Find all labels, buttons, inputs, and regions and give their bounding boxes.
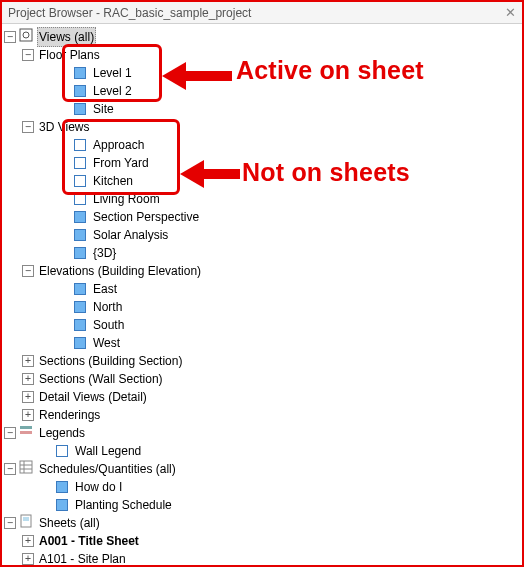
view-square-icon <box>73 282 87 296</box>
expander-icon[interactable]: − <box>4 463 16 475</box>
tree-label[interactable]: {3D} <box>91 244 118 262</box>
expander-icon[interactable]: + <box>22 391 34 403</box>
view-square-icon <box>73 300 87 314</box>
view-square-icon <box>55 480 69 494</box>
tree-label[interactable]: Approach <box>91 136 146 154</box>
tree-label[interactable]: Elevations (Building Elevation) <box>37 262 203 280</box>
tree-label[interactable]: Renderings <box>37 406 102 424</box>
view-square-icon <box>73 228 87 242</box>
sheet-item[interactable]: +A101 - Site Plan <box>4 550 522 567</box>
floorplan-item[interactable]: Level 1 <box>4 64 522 82</box>
tree-label[interactable]: Site <box>91 100 116 118</box>
tree-label[interactable]: South <box>91 316 126 334</box>
tree-label[interactable]: Sheets (all) <box>37 514 102 532</box>
schedule-item[interactable]: How do I <box>4 478 522 496</box>
3dview-item[interactable]: Solar Analysis <box>4 226 522 244</box>
expander-icon[interactable]: + <box>22 535 34 547</box>
legend-item[interactable]: Wall Legend <box>4 442 522 460</box>
root-schedules[interactable]: −Schedules/Quantities (all) <box>4 460 522 478</box>
cat-floor-plans[interactable]: −Floor Plans <box>4 46 522 64</box>
project-browser-tree[interactable]: −Views (all)−Floor PlansLevel 1Level 2Si… <box>2 24 522 567</box>
view-square-icon <box>73 192 87 206</box>
tree-label[interactable]: A001 - Title Sheet <box>37 532 141 550</box>
expander-icon[interactable]: − <box>4 427 16 439</box>
schedule-item[interactable]: Planting Schedule <box>4 496 522 514</box>
floorplan-item[interactable]: Level 2 <box>4 82 522 100</box>
tree-label[interactable]: West <box>91 334 122 352</box>
tree-label[interactable]: Schedules/Quantities (all) <box>37 460 178 478</box>
3dview-item[interactable]: Section Perspective <box>4 208 522 226</box>
view-square-icon <box>55 444 69 458</box>
cat-collapsed[interactable]: +Sections (Wall Section) <box>4 370 522 388</box>
floorplan-item[interactable]: Site <box>4 100 522 118</box>
root-sheets[interactable]: −Sheets (all) <box>4 514 522 532</box>
tree-label[interactable]: Planting Schedule <box>73 496 174 514</box>
cat-collapsed[interactable]: +Sections (Building Section) <box>4 352 522 370</box>
sched-icon <box>19 460 37 479</box>
elevation-item[interactable]: North <box>4 298 522 316</box>
tree-label[interactable]: Living Room <box>91 190 162 208</box>
view-square-icon <box>73 174 87 188</box>
tree-label[interactable]: Level 1 <box>91 64 134 82</box>
cat-3d-views[interactable]: −3D Views <box>4 118 522 136</box>
3dview-item[interactable]: Kitchen <box>4 172 522 190</box>
svg-rect-0 <box>20 29 32 41</box>
tree-label[interactable]: A101 - Site Plan <box>37 550 128 567</box>
view-square-icon <box>73 84 87 98</box>
tree-label[interactable]: Section Perspective <box>91 208 201 226</box>
tree-label[interactable]: 3D Views <box>37 118 91 136</box>
view-square-icon <box>73 102 87 116</box>
svg-point-1 <box>23 32 29 38</box>
elevation-item[interactable]: West <box>4 334 522 352</box>
view-square-icon <box>73 210 87 224</box>
tree-label[interactable]: Views (all) <box>37 27 96 47</box>
expander-icon[interactable]: − <box>4 517 16 529</box>
tree-label[interactable]: From Yard <box>91 154 151 172</box>
tree-label[interactable]: Detail Views (Detail) <box>37 388 149 406</box>
tree-label[interactable]: Sections (Building Section) <box>37 352 184 370</box>
svg-rect-2 <box>20 426 32 429</box>
elevation-item[interactable]: East <box>4 280 522 298</box>
view-square-icon <box>73 66 87 80</box>
cat-collapsed[interactable]: +Detail Views (Detail) <box>4 388 522 406</box>
view-square-icon <box>73 246 87 260</box>
root-legends[interactable]: −Legends <box>4 424 522 442</box>
tree-label[interactable]: Wall Legend <box>73 442 143 460</box>
tree-label[interactable]: Level 2 <box>91 82 134 100</box>
expander-icon[interactable]: + <box>22 553 34 565</box>
expander-icon[interactable]: − <box>22 49 34 61</box>
titlebar: Project Browser - RAC_basic_sample_proje… <box>2 2 522 24</box>
expander-icon[interactable]: + <box>22 373 34 385</box>
cat-collapsed[interactable]: +Renderings <box>4 406 522 424</box>
expander-icon[interactable]: − <box>22 121 34 133</box>
svg-rect-9 <box>23 517 29 521</box>
cat-elevations[interactable]: −Elevations (Building Elevation) <box>4 262 522 280</box>
3dview-item[interactable]: {3D} <box>4 244 522 262</box>
root-views[interactable]: −Views (all) <box>4 28 522 46</box>
expander-icon[interactable]: + <box>22 409 34 421</box>
tree-label[interactable]: Kitchen <box>91 172 135 190</box>
window-title: Project Browser - RAC_basic_sample_proje… <box>8 6 251 20</box>
expander-icon[interactable]: − <box>4 31 16 43</box>
3dview-item[interactable]: From Yard <box>4 154 522 172</box>
3dview-item[interactable]: Approach <box>4 136 522 154</box>
close-icon[interactable]: ✕ <box>505 5 516 20</box>
tree-label[interactable]: Solar Analysis <box>91 226 170 244</box>
sheet-item[interactable]: +A001 - Title Sheet <box>4 532 522 550</box>
tree-label[interactable]: How do I <box>73 478 124 496</box>
elevation-item[interactable]: South <box>4 316 522 334</box>
sheet-icon <box>19 514 37 533</box>
view-square-icon <box>55 498 69 512</box>
expander-icon[interactable]: + <box>22 355 34 367</box>
expander-icon[interactable]: − <box>22 265 34 277</box>
tree-label[interactable]: Floor Plans <box>37 46 102 64</box>
tree-label[interactable]: Sections (Wall Section) <box>37 370 165 388</box>
view-square-icon <box>73 318 87 332</box>
tree-label[interactable]: North <box>91 298 124 316</box>
3dview-item[interactable]: Living Room <box>4 190 522 208</box>
svg-rect-4 <box>20 461 32 473</box>
tree-label[interactable]: Legends <box>37 424 87 442</box>
legend-icon <box>19 424 37 443</box>
tree-label[interactable]: East <box>91 280 119 298</box>
view-square-icon <box>73 156 87 170</box>
